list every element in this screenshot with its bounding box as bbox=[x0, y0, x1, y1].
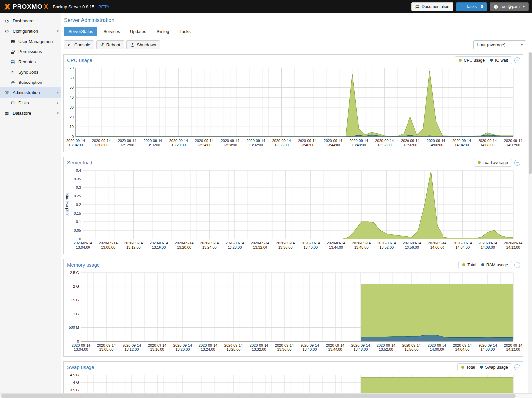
collapse-panel-icon[interactable]: − bbox=[514, 364, 520, 370]
legend-entry[interactable]: Total bbox=[462, 263, 476, 267]
beta-link[interactable]: BETA bbox=[98, 4, 109, 9]
svg-text:2020-09-1414:12:00: 2020-09-1414:12:00 bbox=[504, 241, 522, 249]
legend-dot-icon bbox=[481, 263, 484, 266]
svg-text:2020-09-1413:12:00: 2020-09-1413:12:00 bbox=[123, 343, 141, 351]
legend-dot-icon bbox=[462, 263, 465, 266]
collapse-panel-icon[interactable]: − bbox=[514, 160, 520, 166]
swap-usage-panel: Swap usage TotalSwap usage − 0500 M1 G1.… bbox=[63, 361, 523, 393]
shutdown-button[interactable]: Shutdown bbox=[126, 40, 160, 49]
legend-dot-icon bbox=[461, 366, 464, 369]
reboot-button[interactable]: ↺ Reboot bbox=[96, 40, 124, 49]
svg-text:0.25: 0.25 bbox=[74, 194, 81, 198]
caret-right-icon[interactable]: ▸ bbox=[57, 101, 59, 105]
sidebar-item-permissions[interactable]: Permissions bbox=[0, 47, 61, 57]
vertical-scrollbar-thumb[interactable] bbox=[529, 52, 532, 174]
sidebar-item-remotes[interactable]: ▤Remotes bbox=[0, 57, 61, 67]
svg-text:20: 20 bbox=[70, 115, 74, 119]
tab-updates[interactable]: Updates bbox=[126, 27, 150, 36]
legend-dot-icon bbox=[480, 366, 483, 369]
user-menu-button[interactable]: ☻ root@pam ▾ bbox=[490, 2, 529, 11]
console-button[interactable]: >_ Console bbox=[64, 40, 94, 49]
sidebar-item-disks[interactable]: ⊟Disks▸ bbox=[0, 98, 61, 108]
svg-text:2020-09-1413:24:00: 2020-09-1413:24:00 bbox=[199, 343, 217, 351]
legend-entry[interactable]: IO wait bbox=[490, 58, 508, 63]
svg-text:2020-09-1413:24:00: 2020-09-1413:24:00 bbox=[200, 241, 219, 249]
documentation-button[interactable]: ▤ Documentation bbox=[411, 2, 453, 11]
panel-title: Server load bbox=[67, 160, 92, 165]
horizontal-scrollbar-thumb[interactable] bbox=[1, 394, 516, 398]
horizontal-scrollbar[interactable] bbox=[0, 393, 532, 398]
svg-text:2020-09-1413:20:00: 2020-09-1413:20:00 bbox=[175, 241, 193, 249]
lock-icon bbox=[10, 50, 16, 54]
svg-text:2020-09-1413:36:00: 2020-09-1413:36:00 bbox=[272, 139, 291, 147]
svg-text:2020-09-1413:48:00: 2020-09-1413:48:00 bbox=[352, 241, 371, 249]
sidebar-item-datastore[interactable]: ▦Datastore▾ bbox=[0, 108, 61, 118]
tabbar: ServerStatusServicesUpdatesSyslogTasks bbox=[61, 26, 532, 38]
legend-entry[interactable]: Total bbox=[461, 365, 475, 370]
disks-icon: ⊟ bbox=[10, 101, 16, 105]
tab-serverstatus[interactable]: ServerStatus bbox=[64, 27, 97, 36]
svg-text:2 G: 2 G bbox=[73, 284, 79, 288]
sidebar-item-configuration[interactable]: ⚙Configuration▾ bbox=[0, 26, 61, 36]
legend: CPU usageIO wait − bbox=[455, 56, 520, 64]
collapse-panel-icon[interactable]: − bbox=[514, 262, 520, 268]
legend-label: Load average bbox=[483, 160, 508, 165]
page-title: Server Administration bbox=[61, 13, 532, 26]
sidebar-item-user-management[interactable]: ☻User Management bbox=[0, 36, 61, 47]
caret-down-icon[interactable]: ▾ bbox=[57, 29, 59, 33]
legend-entry[interactable]: CPU usage bbox=[459, 58, 485, 63]
legend-entry[interactable]: Load average bbox=[478, 160, 508, 165]
svg-text:2020-09-1413:28:00: 2020-09-1413:28:00 bbox=[224, 343, 243, 351]
charts-viewport: CPU usage CPU usageIO wait − 01020304050… bbox=[61, 52, 532, 393]
server-load-panel: Server load Load average − 00.050.10.150… bbox=[63, 157, 523, 254]
gears-icon: ⚙ bbox=[4, 29, 10, 33]
collapse-panel-icon[interactable]: − bbox=[514, 57, 520, 63]
legend-entry[interactable]: RAM usage bbox=[481, 263, 508, 267]
tasks-button[interactable]: ≡ Tasks 0 bbox=[456, 2, 487, 11]
sidebar-item-subscription[interactable]: ◎Subscription bbox=[0, 77, 61, 87]
svg-text:0.3: 0.3 bbox=[76, 185, 81, 189]
memory-usage-chart: 0500 M1 G1.5 G2 G2.5 G2020-09-1413:04:00… bbox=[64, 270, 523, 354]
svg-text:2020-09-1413:12:00: 2020-09-1413:12:00 bbox=[124, 241, 143, 249]
sidebar-item-administration[interactable]: ⚒Administration▾ bbox=[0, 87, 61, 98]
legend: TotalSwap usage − bbox=[457, 363, 520, 371]
svg-text:2020-09-1413:08:00: 2020-09-1413:08:00 bbox=[99, 241, 118, 249]
svg-text:2020-09-1414:04:00: 2020-09-1414:04:00 bbox=[453, 343, 472, 351]
svg-text:0: 0 bbox=[72, 135, 74, 139]
svg-text:4.5 G: 4.5 G bbox=[70, 373, 79, 377]
legend-entry[interactable]: Swap usage bbox=[480, 365, 508, 370]
caret-down-icon[interactable]: ▾ bbox=[57, 90, 59, 95]
sidebar-item-sync-jobs[interactable]: ↻Sync Jobs bbox=[0, 67, 61, 77]
svg-text:2020-09-1413:40:00: 2020-09-1413:40:00 bbox=[301, 343, 319, 351]
sidebar-item-label: User Management bbox=[18, 39, 54, 44]
svg-text:2020-09-1413:04:00: 2020-09-1413:04:00 bbox=[74, 241, 92, 249]
svg-text:2020-09-1413:04:00: 2020-09-1413:04:00 bbox=[66, 139, 85, 147]
tab-services[interactable]: Services bbox=[99, 27, 124, 36]
user-label: root@pam bbox=[500, 4, 520, 9]
user-icon: ☻ bbox=[494, 5, 498, 9]
svg-text:40: 40 bbox=[70, 95, 74, 99]
proxmox-x-icon bbox=[3, 3, 11, 11]
svg-text:10: 10 bbox=[70, 125, 74, 129]
panel-title: Swap usage bbox=[67, 364, 94, 370]
vertical-scrollbar[interactable] bbox=[528, 52, 532, 393]
svg-text:2.5 G: 2.5 G bbox=[70, 271, 79, 275]
tasks-count-badge: 0 bbox=[481, 4, 483, 9]
svg-text:2020-09-1413:12:00: 2020-09-1413:12:00 bbox=[118, 139, 136, 147]
svg-text:2020-09-1414:04:00: 2020-09-1414:04:00 bbox=[452, 139, 471, 147]
svg-text:60: 60 bbox=[70, 76, 74, 80]
cpu-usage-panel: CPU usage CPU usageIO wait − 01020304050… bbox=[63, 54, 523, 152]
sidebar-item-label: Administration bbox=[13, 90, 40, 95]
tasks-list-icon: ≡ bbox=[460, 5, 464, 9]
svg-text:0.35: 0.35 bbox=[74, 177, 81, 181]
sidebar-item-dashboard[interactable]: ◔Dashboard bbox=[0, 16, 61, 26]
caret-down-icon[interactable]: ▾ bbox=[57, 111, 59, 115]
svg-text:2020-09-1413:48:00: 2020-09-1413:48:00 bbox=[351, 343, 370, 351]
reboot-label: Reboot bbox=[106, 42, 120, 47]
tab-syslog[interactable]: Syslog bbox=[152, 27, 173, 36]
svg-text:2020-09-1413:52:00: 2020-09-1413:52:00 bbox=[375, 139, 394, 147]
svg-text:2020-09-1413:32:00: 2020-09-1413:32:00 bbox=[246, 139, 265, 147]
legend-label: Swap usage bbox=[485, 365, 508, 370]
tab-tasks[interactable]: Tasks bbox=[175, 27, 195, 36]
timeframe-select[interactable]: Hour (average) ▾ bbox=[473, 40, 526, 49]
